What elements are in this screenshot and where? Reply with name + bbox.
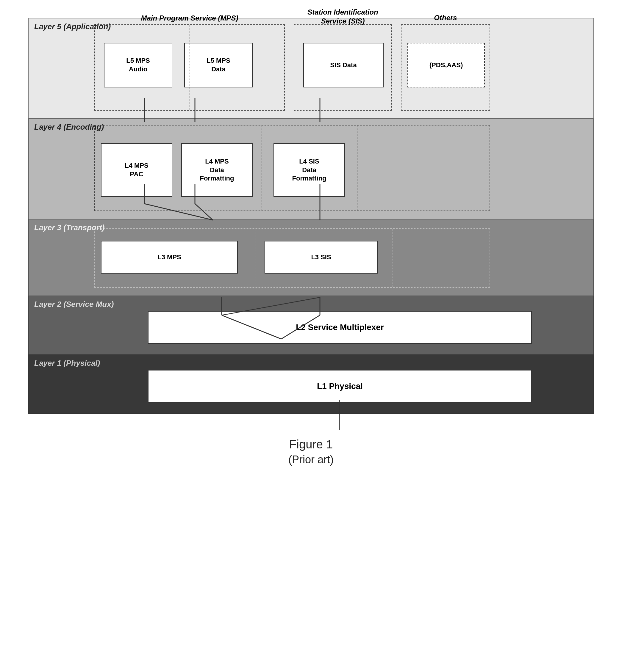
others-service-header: Others bbox=[402, 14, 490, 22]
l5-others-box: (PDS,AAS) bbox=[407, 43, 485, 87]
layer4-band: Layer 4 (Encoding) L4 MPS PAC L4 MPS Dat… bbox=[28, 118, 594, 219]
mps-divider bbox=[189, 25, 190, 110]
diagram-area: Layer 5 (Application) Main Program Servi… bbox=[28, 18, 594, 466]
l4-divider-mps-sis bbox=[262, 125, 262, 211]
sis-service-header: Station Identification Service (SIS) bbox=[294, 8, 391, 26]
others-outer-box: Others (PDS,AAS) bbox=[401, 24, 490, 111]
l3-divider2 bbox=[392, 229, 393, 287]
layer5-band: Layer 5 (Application) Main Program Servi… bbox=[28, 18, 594, 119]
layer5-label: Layer 5 (Application) bbox=[34, 22, 111, 31]
mps-service-header: Main Program Service (MPS) bbox=[95, 14, 284, 23]
l5-sis-data-box: SIS Data bbox=[303, 43, 384, 87]
l4-sis-data-box: L4 SIS Data Formatting bbox=[274, 143, 345, 197]
l3-mps-box: L3 MPS bbox=[101, 241, 238, 273]
l2-mux-box: L2 Service Multiplexer bbox=[148, 311, 532, 344]
layer1-label: Layer 1 (Physical) bbox=[34, 359, 100, 368]
figure-caption: Figure 1 (Prior art) bbox=[28, 438, 594, 466]
layer2-band: Layer 2 (Service Mux) L2 Service Multipl… bbox=[28, 296, 594, 355]
layer1-band: Layer 1 (Physical) L1 Physical bbox=[28, 354, 594, 414]
layer3-label: Layer 3 (Transport) bbox=[34, 223, 104, 232]
figure-title: Figure 1 bbox=[28, 438, 594, 451]
mps-outer-box: Main Program Service (MPS) L5 MPS Audio … bbox=[94, 24, 285, 111]
l5-mps-data-box: L5 MPS Data bbox=[184, 43, 253, 87]
l1-physical-box: L1 Physical bbox=[148, 370, 532, 403]
figure-subtitle: (Prior art) bbox=[28, 453, 594, 466]
layer3-band: Layer 3 (Transport) L3 MPS L3 SIS bbox=[28, 219, 594, 296]
l3-sis-box: L3 SIS bbox=[265, 241, 378, 273]
l3-divider bbox=[256, 229, 256, 287]
layer2-label: Layer 2 (Service Mux) bbox=[34, 300, 114, 309]
l3-outer-box: L3 MPS L3 SIS bbox=[94, 228, 490, 288]
l4-divider-sis-others bbox=[357, 125, 357, 211]
full-diagram: Layer 5 (Application) Main Program Servi… bbox=[28, 18, 594, 414]
l4-mps-pac-box: L4 MPS PAC bbox=[101, 143, 172, 197]
l4-mps-data-box: L4 MPS Data Formatting bbox=[181, 143, 253, 197]
sis-outer-box: Station Identification Service (SIS) SIS… bbox=[294, 24, 392, 111]
l4-outer-box: L4 MPS PAC L4 MPS Data Formatting L4 SIS… bbox=[94, 125, 490, 211]
layer4-label: Layer 4 (Encoding) bbox=[34, 122, 104, 132]
l5-mps-audio-box: L5 MPS Audio bbox=[104, 43, 172, 87]
